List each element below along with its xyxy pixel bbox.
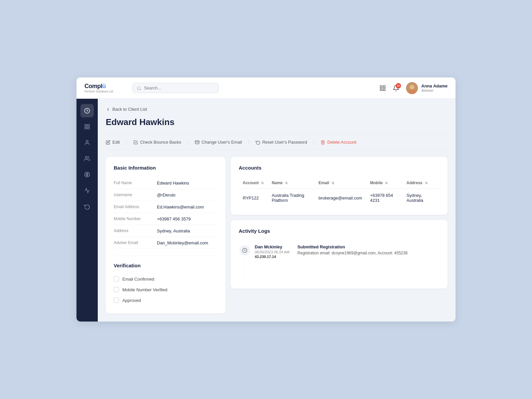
- sidebar-item-grid[interactable]: [80, 120, 94, 133]
- svg-rect-9: [85, 124, 86, 126]
- info-email: Email Address Ed.Hawkins@email.com: [114, 201, 217, 213]
- search-input[interactable]: [144, 85, 214, 90]
- activity-clock-icon: [239, 245, 250, 256]
- svg-rect-10: [88, 124, 89, 126]
- svg-point-13: [86, 140, 88, 142]
- activity-card: Activity Logs ···: [231, 220, 448, 289]
- header: Complü FinTech Solutions Ltd: [76, 77, 456, 99]
- notification-icon-btn[interactable]: 10: [393, 85, 399, 91]
- info-fullname: Full Name Edward Hawkins: [114, 177, 217, 189]
- label-adviser-email: Adviser Email: [114, 240, 157, 245]
- sidebar-item-users[interactable]: [80, 152, 94, 165]
- svg-point-14: [85, 156, 87, 158]
- apps-icon-btn[interactable]: [379, 85, 386, 91]
- svg-rect-11: [85, 127, 86, 129]
- value-email: Ed.Hawkins@email.com: [157, 204, 204, 209]
- sidebar-item-dollar[interactable]: [80, 168, 94, 181]
- checkbox-email-confirmed-input[interactable]: [114, 276, 119, 282]
- sidebar-item-clock[interactable]: [80, 104, 94, 117]
- value-adviser-email: Dan_Mckinley@email.com: [157, 240, 208, 245]
- notification-badge: 10: [396, 83, 401, 88]
- user-name: Anna Adame: [421, 83, 448, 88]
- svg-rect-1: [380, 85, 382, 87]
- sort-address-icon: ⇅: [425, 181, 428, 185]
- change-email-button[interactable]: Change User's Email: [195, 138, 242, 146]
- search-bar: [132, 83, 219, 93]
- user-info[interactable]: Anna Adame Adviser: [406, 82, 448, 94]
- divider-2: [188, 140, 188, 145]
- logo-text: Complü: [84, 83, 106, 89]
- label-email: Email Address: [114, 204, 157, 209]
- verification-section: Verification Email Confirmed Mobile Numb…: [114, 256, 217, 306]
- col-email[interactable]: Email ⇅: [315, 177, 366, 189]
- logo-sub: FinTech Solutions Ltd: [84, 90, 113, 93]
- col-account[interactable]: Account ⇅: [239, 177, 268, 189]
- activity-item: ··· Dan Mckinley 08/30/2023 06:24 AM 43.…: [239, 240, 440, 281]
- divider-3: [249, 140, 249, 145]
- svg-rect-4: [383, 88, 385, 90]
- check-bounce-button[interactable]: Check Bounce Backs: [133, 138, 181, 146]
- user-details: Anna Adame Adviser: [421, 83, 448, 92]
- sort-mobile-icon: ⇅: [385, 181, 388, 185]
- cell-account: RYP122: [239, 189, 268, 207]
- cards-row: Basic Information Full Name Edward Hawki…: [106, 157, 448, 314]
- col-address[interactable]: Address ⇅: [403, 177, 440, 189]
- col-mobile[interactable]: Mobile ⇅: [366, 177, 403, 189]
- activity-content: Dan Mckinley 08/30/2023 06:24 AM 43.230.…: [255, 244, 440, 259]
- sidebar: [76, 99, 98, 322]
- label-mobile-verified: Mobile Number Verified: [122, 287, 167, 292]
- info-adviser-email: Adviser Email Dan_Mckinley@email.com: [114, 237, 217, 249]
- activity-icon-area: ···: [239, 244, 251, 277]
- reset-password-button[interactable]: Reset User's Password: [256, 138, 307, 146]
- activity-ip: 43.230.17.14: [255, 255, 290, 259]
- cell-email: brokerage@email.com: [315, 189, 366, 207]
- value-fullname: Edward Hawkins: [157, 181, 189, 186]
- logo-area: Complü FinTech Solutions Ltd: [84, 83, 124, 93]
- main-layout: Back to Client List Edward Hawkins Edit: [76, 99, 456, 322]
- activity-user: Dan Mckinley: [255, 244, 290, 249]
- checkbox-mobile-verified-input[interactable]: [114, 287, 119, 292]
- info-username: Username @rDerulo: [114, 189, 217, 201]
- checkbox-approved: Approved: [114, 295, 217, 306]
- value-address: Sydney, Australia: [157, 228, 190, 233]
- value-username: @rDerulo: [157, 193, 176, 198]
- delete-account-button[interactable]: Delete Account: [321, 138, 356, 146]
- sort-email-icon: ⇅: [332, 181, 334, 185]
- checkbox-mobile-verified: Mobile Number Verified: [114, 284, 217, 295]
- accounts-title: Accounts: [239, 165, 440, 171]
- value-mobile: +63987 456 3579: [157, 216, 191, 221]
- svg-point-6: [410, 85, 414, 89]
- svg-point-0: [137, 86, 140, 89]
- cell-mobile: +63978 654 4231: [366, 189, 403, 207]
- label-email-confirmed: Email Confirmed: [122, 277, 154, 282]
- activity-action: Submitted Registration: [298, 244, 408, 249]
- table-row: RYP122 Australia Trading Platform broker…: [239, 189, 440, 207]
- basic-info-card: Basic Information Full Name Edward Hawki…: [106, 157, 225, 314]
- svg-rect-2: [383, 85, 385, 87]
- label-username: Username: [114, 193, 157, 197]
- sidebar-item-history[interactable]: [80, 184, 94, 197]
- label-approved: Approved: [122, 298, 141, 303]
- activity-detail: Registration email: dcoyne1969@gmail.com…: [298, 251, 408, 255]
- label-fullname: Full Name: [114, 181, 157, 185]
- app-wrapper: Complü FinTech Solutions Ltd: [76, 77, 456, 322]
- checkbox-email-confirmed: Email Confirmed: [114, 274, 217, 284]
- info-mobile: Mobile Number +63987 456 3579: [114, 213, 217, 225]
- page-title: Edward Hawkins: [106, 117, 448, 127]
- basic-info-title: Basic Information: [114, 165, 217, 171]
- right-col: Accounts Account ⇅ Name: [231, 157, 448, 314]
- svg-rect-12: [88, 127, 89, 129]
- avatar: [406, 82, 418, 94]
- edit-button[interactable]: Edit: [106, 138, 120, 146]
- back-link[interactable]: Back to Client List: [106, 107, 448, 112]
- user-role: Adviser: [421, 88, 448, 92]
- label-mobile: Mobile Number: [114, 216, 157, 221]
- svg-rect-3: [380, 88, 382, 90]
- activity-date: 08/30/2023 06:24 AM: [255, 250, 290, 254]
- accounts-card: Accounts Account ⇅ Name: [231, 157, 448, 215]
- header-right: 10 Anna Adame Adviser: [379, 82, 448, 94]
- checkbox-approved-input[interactable]: [114, 298, 119, 303]
- col-name[interactable]: Name ⇅: [268, 177, 315, 189]
- sidebar-item-refresh[interactable]: [80, 200, 94, 213]
- sidebar-item-user[interactable]: [80, 136, 94, 149]
